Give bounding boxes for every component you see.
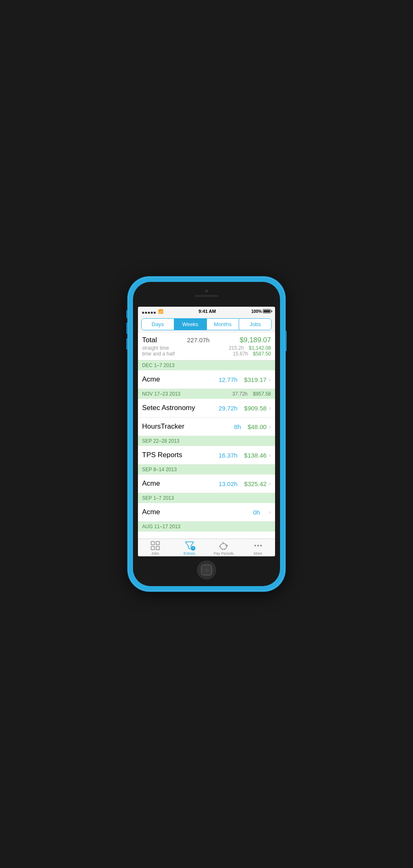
item-hours-tps: 16.37h — [217, 452, 237, 459]
total-row: Total 227.07h $9,189.07 — [142, 336, 271, 344]
chevron-icon: › — [269, 376, 271, 383]
week-header-aug-row: AUG 11–17 2013 — [142, 524, 271, 529]
item-hours-setec: 29.72h — [217, 405, 237, 412]
volume-up-button[interactable] — [126, 322, 128, 334]
segment-control: Days Weeks Months Jobs — [141, 318, 272, 330]
week-nov-hours: 37.72h — [233, 391, 248, 397]
mute-button[interactable] — [126, 310, 128, 318]
week-header-aug: AUG 11–17 2013 — [138, 522, 275, 532]
camera — [205, 289, 208, 293]
week-dec-label: DEC 1–7 2013 — [142, 362, 175, 368]
week-sep1-label: SEP 1–7 2013 — [142, 495, 174, 501]
list-item[interactable]: TPS Reports 16.37h $138.46 › — [138, 446, 275, 465]
item-amount-acme-sep8: $325.42 — [244, 480, 266, 487]
list-item[interactable]: HoursTracker 8h $48.00 › — [138, 417, 275, 436]
phone-frame: 📶 9:41 AM 100% Days Weeks Months Jobs — [128, 277, 285, 591]
week-sep22-label: SEP 22–28 2013 — [142, 438, 180, 444]
week-header-sep8: SEP 8–14 2013 — [138, 465, 275, 475]
svg-rect-0 — [151, 541, 154, 545]
svg-point-8 — [220, 544, 227, 549]
battery-percent: 100% — [251, 309, 262, 314]
week-nov-amount: $957.58 — [253, 391, 271, 397]
tab-jobs[interactable]: Jobs — [239, 319, 271, 330]
signal-dot-5 — [154, 312, 156, 314]
signal-dot-3 — [148, 312, 150, 314]
svg-point-13 — [257, 545, 259, 546]
item-amount-tps: $138.46 — [244, 452, 266, 459]
tab-entries-label: Entries — [183, 551, 195, 556]
sub-hours-half: 15.67h — [233, 351, 248, 357]
svg-point-14 — [260, 545, 262, 546]
item-hours-acme-sep8: 13.02h — [217, 480, 237, 487]
status-battery: 100% — [251, 309, 271, 314]
sub-hours-straight: 215.2h — [229, 345, 244, 351]
volume-down-button[interactable] — [126, 338, 128, 350]
tab-bar-item-pay-periods[interactable]: Pay Periods — [206, 541, 241, 556]
tab-days[interactable]: Days — [142, 319, 174, 330]
list-item[interactable]: Acme 13.02h $325.42 › — [138, 475, 275, 493]
clock-badge — [190, 546, 196, 551]
signal-dot-1 — [142, 312, 144, 314]
list-item[interactable]: Acme 12.77h $319.17 › — [138, 370, 275, 389]
total-hours: 227.07h — [187, 336, 209, 343]
sub-label-straight: straight time — [142, 345, 169, 351]
sub-label-half: time and a half — [142, 351, 175, 357]
item-name-tps: TPS Reports — [142, 451, 217, 459]
item-hours-acme-dec: 12.77h — [217, 376, 237, 383]
sub-row-half: time and a half 15.67h $587.50 — [142, 351, 271, 357]
entries-icon — [185, 541, 194, 551]
week-header-nov: NOV 17–23 2013 37.72h $957.58 — [138, 389, 275, 399]
home-button-inner — [201, 565, 212, 575]
sub-row-straight: straight time 215.2h $1,142.08 — [142, 345, 271, 351]
item-amount-setec: $909.58 — [244, 405, 266, 412]
week-header-sep22: SEP 22–28 2013 — [138, 436, 275, 446]
power-button[interactable] — [285, 331, 287, 351]
more-icon — [254, 541, 263, 551]
item-amount-hourstracker: $48.00 — [247, 423, 266, 430]
speaker — [194, 294, 219, 298]
week-header-dec: DEC 1–7 2013 — [138, 360, 275, 370]
total-amount: $9,189.07 — [240, 336, 271, 344]
tab-jobs-label: Jobs — [151, 551, 159, 556]
tab-bar-item-entries[interactable]: Entries — [172, 541, 206, 556]
total-label: Total — [142, 336, 157, 344]
screen: 📶 9:41 AM 100% Days Weeks Months Jobs — [138, 307, 275, 556]
tab-bar: Jobs — [138, 539, 275, 556]
wifi-icon: 📶 — [158, 309, 163, 314]
battery-fill — [263, 310, 270, 312]
svg-point-12 — [254, 545, 256, 546]
week-header-sep22-row: SEP 22–28 2013 — [142, 438, 271, 444]
sub-amount-half: $587.50 — [253, 351, 271, 357]
status-bar: 📶 9:41 AM 100% — [138, 307, 275, 316]
chevron-icon: › — [269, 423, 271, 430]
week-header-dec-row: DEC 1–7 2013 — [142, 362, 271, 368]
tab-more-label: More — [254, 551, 262, 556]
chevron-icon: › — [269, 405, 271, 411]
item-hours-acme-sep1: 0h — [239, 509, 260, 516]
tab-months[interactable]: Months — [207, 319, 240, 330]
piggy-icon — [219, 541, 229, 551]
chevron-icon: › — [269, 452, 271, 458]
chevron-icon: › — [269, 480, 271, 487]
item-amount-acme-dec: $319.17 — [244, 376, 266, 383]
list-item[interactable]: Acme 0h › — [138, 503, 275, 522]
item-name-acme-sep1: Acme — [142, 508, 239, 516]
list-item[interactable]: Setec Astronomy 29.72h $909.58 › — [138, 399, 275, 417]
sub-amount-straight: $1,142.08 — [249, 345, 271, 351]
chevron-icon: › — [269, 509, 271, 515]
item-hours-hourstracker: 8h — [220, 423, 241, 430]
week-header-sep1: SEP 1–7 2013 — [138, 493, 275, 503]
tab-pay-periods-label: Pay Periods — [214, 551, 234, 556]
svg-rect-1 — [156, 541, 159, 545]
tab-bar-item-more[interactable]: More — [241, 541, 275, 556]
week-header-sep1-row: SEP 1–7 2013 — [142, 495, 271, 501]
home-button[interactable] — [197, 560, 216, 579]
grid-icon — [151, 541, 160, 551]
item-name-acme-sep8: Acme — [142, 479, 217, 488]
phone-body: 📶 9:41 AM 100% Days Weeks Months Jobs — [133, 282, 280, 586]
tab-bar-item-jobs[interactable]: Jobs — [138, 541, 172, 556]
tab-weeks[interactable]: Weeks — [174, 319, 207, 330]
content-list[interactable]: Total 227.07h $9,189.07 straight time 21… — [138, 333, 275, 539]
week-nov-label: NOV 17–23 2013 — [142, 391, 180, 397]
item-name-hourstracker: HoursTracker — [142, 422, 220, 431]
